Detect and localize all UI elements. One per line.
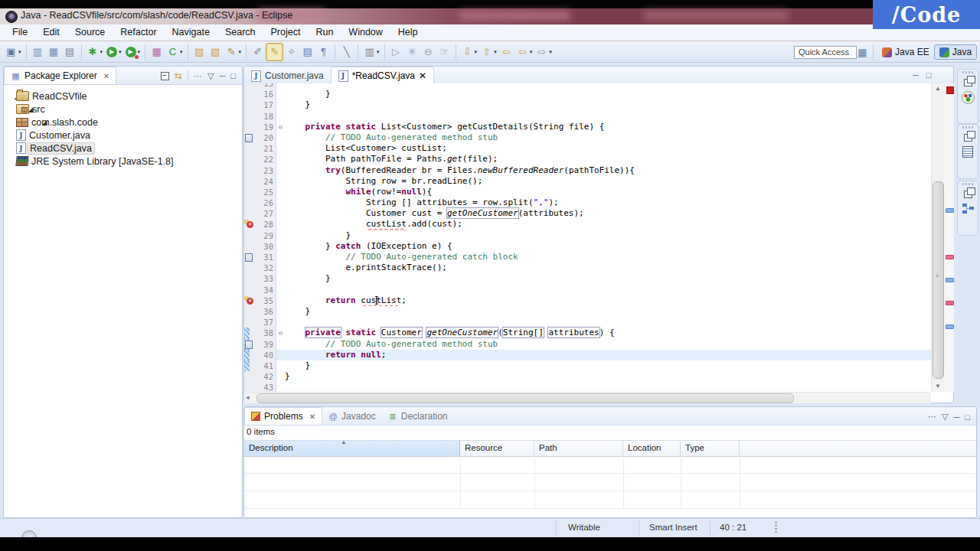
- format-button[interactable]: ✎▾: [224, 44, 243, 60]
- code-line-16[interactable]: 16 }: [244, 89, 931, 99]
- menu-window[interactable]: Window: [341, 24, 390, 41]
- overview-ruler[interactable]: [944, 83, 954, 392]
- code-line-22[interactable]: 22 Path pathToFile = Paths.get(file);: [244, 154, 931, 165]
- step-button[interactable]: ☞: [436, 44, 452, 60]
- keyboard-button[interactable]: ▥▾: [361, 44, 381, 60]
- java-ee-perspective-button[interactable]: Java EE: [877, 45, 934, 59]
- terminate-button[interactable]: ⊖: [420, 44, 436, 60]
- code-line-30[interactable]: 30 } catch (IOException e) {: [244, 241, 931, 252]
- back-button[interactable]: ⇦▾: [514, 44, 534, 60]
- scroll-up-arrow[interactable]: ▲: [932, 83, 944, 94]
- task-marker-icon[interactable]: [245, 134, 253, 142]
- restore-view-icon[interactable]: [964, 191, 972, 198]
- error-marker-icon[interactable]: ×: [247, 221, 253, 228]
- horizontal-scrollbar[interactable]: ◂: [244, 392, 931, 403]
- code-line-36[interactable]: 36 }: [244, 306, 931, 317]
- collapse-all-icon[interactable]: [161, 72, 169, 80]
- view-menu-icon[interactable]: ⋯: [928, 412, 936, 422]
- profile-button[interactable]: ✳: [404, 44, 420, 60]
- menu-navigate[interactable]: Navigate: [165, 24, 217, 41]
- column-header-path[interactable]: Path: [534, 441, 623, 456]
- code-line-43[interactable]: 43: [244, 382, 931, 392]
- dropdown-arrow-icon[interactable]: ▾: [377, 49, 380, 55]
- fold-collapse-icon[interactable]: ⊖: [276, 328, 285, 338]
- minimize-icon[interactable]: ─: [913, 70, 919, 80]
- java-perspective-button[interactable]: Java: [934, 44, 977, 60]
- error-overview-marker[interactable]: [946, 301, 954, 305]
- save-all-button[interactable]: ▦: [46, 44, 62, 60]
- save-button[interactable]: ▥: [30, 44, 46, 60]
- new-class-button[interactable]: C▾: [165, 44, 185, 60]
- dropdown-arrow-icon[interactable]: ▾: [180, 49, 183, 55]
- forward-button[interactable]: ⇨▾: [534, 44, 554, 60]
- run-last-button[interactable]: ▷: [388, 44, 404, 60]
- task-overview-marker[interactable]: [946, 278, 954, 282]
- code-editor[interactable]: 1516 }17 }1819⊖ private static List<Cust…: [244, 83, 931, 392]
- close-icon[interactable]: ✕: [103, 72, 109, 80]
- import-button[interactable]: ▨: [191, 44, 207, 60]
- minimized-view-group[interactable]: [957, 124, 978, 179]
- column-header-type[interactable]: Type: [681, 441, 740, 456]
- close-icon[interactable]: ✕: [419, 70, 426, 81]
- code-line-23[interactable]: 23 try(BufferedReader br = Files.newBuff…: [244, 165, 931, 176]
- expand-twisty-icon[interactable]: ▷: [54, 145, 62, 152]
- menu-edit[interactable]: Edit: [35, 24, 67, 41]
- tab-javadoc[interactable]: @Javadoc: [322, 408, 382, 425]
- menu-file[interactable]: File: [5, 24, 35, 41]
- expand-twisty-icon[interactable]: ▷: [54, 132, 62, 139]
- tree-item-readcsv-java[interactable]: ▷JReadCSV.java: [4, 142, 95, 155]
- minimize-icon[interactable]: ─: [954, 412, 960, 422]
- tree-item-customer-java[interactable]: ▷JCustomer.java: [4, 129, 90, 142]
- debug-button[interactable]: ✱▾: [85, 44, 105, 60]
- minimize-icon[interactable]: ─: [220, 71, 226, 80]
- externalize-strings-button[interactable]: ✐: [250, 44, 266, 60]
- task-list-view-icon[interactable]: [962, 146, 973, 158]
- dropdown-arrow-icon[interactable]: ▾: [475, 49, 478, 55]
- dropdown-arrow-icon[interactable]: ▾: [138, 49, 141, 55]
- code-line-27[interactable]: 27 Customer cust = getOneCustomer(attrib…: [244, 208, 931, 219]
- editor-tab-customer-java[interactable]: JCustomer.java: [244, 67, 331, 84]
- code-line-20[interactable]: 20 // TODO Auto-generated method stub: [244, 132, 931, 143]
- task-marker-icon[interactable]: [245, 341, 253, 349]
- code-line-18[interactable]: 18: [244, 111, 931, 122]
- code-line-39[interactable]: 39 // TODO Auto-generated method stub: [244, 339, 931, 350]
- last-edit-location-button[interactable]: ⇦: [498, 44, 514, 60]
- block-selection-button[interactable]: ╲: [338, 44, 354, 60]
- code-line-40[interactable]: 40 return null;: [244, 350, 931, 360]
- open-perspective-icon[interactable]: ▦: [856, 46, 869, 59]
- dropdown-arrow-icon[interactable]: ▾: [119, 49, 122, 55]
- mark-occurrences-button[interactable]: ✎: [266, 43, 283, 61]
- sort-members-button[interactable]: ✧: [283, 44, 299, 60]
- code-line-24[interactable]: 24 String row = br.readLine();: [244, 176, 931, 187]
- code-line-26[interactable]: 26 String [] attributes = row.split(",")…: [244, 197, 931, 208]
- quick-access-input[interactable]: Quick Access: [794, 46, 857, 59]
- menu-project[interactable]: Project: [263, 24, 309, 41]
- code-line-15[interactable]: 15: [244, 83, 931, 89]
- code-line-21[interactable]: 21 List<Customer> custList;: [244, 143, 931, 154]
- code-line-32[interactable]: 32 e.printStackTrace();: [244, 262, 931, 273]
- view-menu-icon[interactable]: ⋯: [194, 71, 202, 81]
- dropdown-arrow-icon[interactable]: ▾: [239, 49, 242, 55]
- maximize-icon[interactable]: □: [230, 71, 236, 80]
- next-annotation-button[interactable]: ⇩▾: [459, 44, 479, 60]
- code-line-19[interactable]: 19⊖ private static List<Customer> getCus…: [244, 122, 931, 132]
- task-overview-marker[interactable]: [946, 324, 954, 329]
- code-line-31[interactable]: 31 // TODO Auto-generated catch block: [244, 252, 931, 262]
- code-line-35[interactable]: ×35 return custList;: [244, 295, 931, 306]
- tab-problems[interactable]: Problems✕: [244, 407, 322, 425]
- menu-source[interactable]: Source: [67, 24, 113, 41]
- print-button[interactable]: ▤: [62, 44, 78, 60]
- outline-view-icon[interactable]: [962, 203, 974, 214]
- column-header-location[interactable]: Location: [623, 441, 681, 456]
- dropdown-arrow-icon[interactable]: ▾: [100, 49, 103, 55]
- new-wizard-button[interactable]: ▣▾: [3, 44, 23, 60]
- code-line-34[interactable]: 34: [244, 285, 931, 295]
- dropdown-arrow-icon[interactable]: ▾: [549, 49, 552, 55]
- task-marker-icon[interactable]: [245, 253, 253, 262]
- show-source-button[interactable]: ▤: [299, 44, 315, 60]
- menu-refactor[interactable]: Refactor: [113, 24, 164, 41]
- code-line-29[interactable]: 29 }: [244, 230, 931, 241]
- column-header-description[interactable]: ▲Description: [244, 441, 460, 456]
- code-line-37[interactable]: 37: [244, 317, 931, 328]
- tree-item-src[interactable]: ◢src: [4, 103, 45, 116]
